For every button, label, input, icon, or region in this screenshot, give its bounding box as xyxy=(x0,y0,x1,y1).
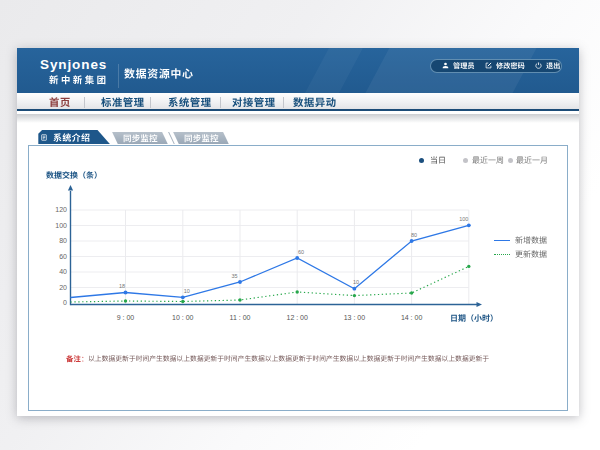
svg-text:100: 100 xyxy=(459,216,468,222)
svg-text:14 : 00: 14 : 00 xyxy=(401,314,423,321)
svg-text:20: 20 xyxy=(59,284,67,291)
svg-text:11 : 00: 11 : 00 xyxy=(230,314,251,321)
svg-text:10: 10 xyxy=(184,288,190,294)
svg-text:12 : 00: 12 : 00 xyxy=(286,314,308,321)
svg-text:60: 60 xyxy=(298,249,304,255)
svg-text:40: 40 xyxy=(59,268,67,275)
svg-text:0: 0 xyxy=(63,299,67,306)
svg-text:80: 80 xyxy=(59,237,67,244)
svg-text:9 : 00: 9 : 00 xyxy=(117,314,135,321)
svg-text:60: 60 xyxy=(59,253,67,260)
svg-text:13 : 00: 13 : 00 xyxy=(344,314,366,321)
svg-text:35: 35 xyxy=(232,273,238,279)
svg-text:80: 80 xyxy=(411,232,417,238)
svg-text:120: 120 xyxy=(55,206,67,213)
svg-text:18: 18 xyxy=(119,283,125,289)
svg-text:10: 10 xyxy=(353,279,359,285)
svg-text:10 : 00: 10 : 00 xyxy=(172,314,194,321)
svg-text:100: 100 xyxy=(55,222,67,229)
